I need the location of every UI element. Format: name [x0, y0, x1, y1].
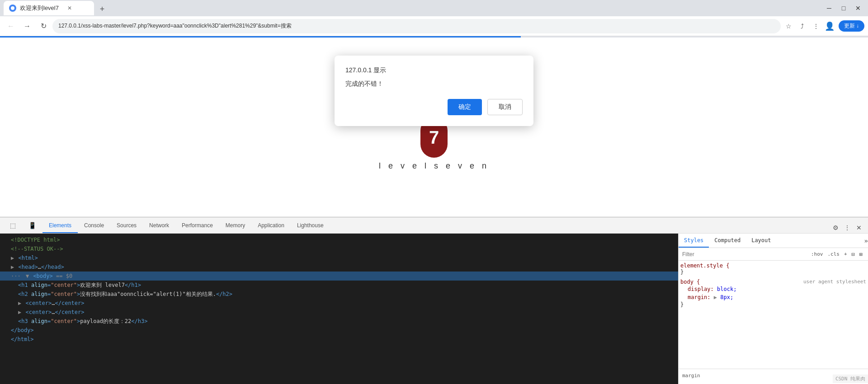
code-line: ▶ <head>…</head>: [0, 262, 678, 272]
tag: </body>: [11, 327, 34, 333]
close-button[interactable]: ✕: [852, 2, 864, 14]
devtools-tab-bar: ⬚ 📱 Elements Console Sources Network: [0, 217, 868, 234]
devtools-settings-button[interactable]: ⚙: [830, 222, 841, 233]
styles-tab-styles[interactable]: Styles: [679, 234, 709, 248]
active-tab[interactable]: 欢迎来到level7 ✕: [4, 1, 94, 15]
browser-menu-button[interactable]: ⋮: [810, 20, 822, 33]
styles-tab-more[interactable]: »: [864, 234, 868, 248]
tab-favicon: [9, 5, 16, 12]
refresh-button[interactable]: ↻: [36, 19, 51, 33]
tag: <center>: [25, 300, 52, 306]
devtools-tab-lighthouse[interactable]: Lighthouse: [291, 219, 330, 233]
performance-tab-label: Performance: [182, 222, 213, 229]
devtools-close-button[interactable]: ✕: [854, 222, 864, 233]
status-comment: <!--STATUS OK-->: [11, 246, 63, 252]
devtools-tab-application[interactable]: Application: [251, 219, 291, 233]
tag: <body>: [33, 273, 52, 279]
minimize-button[interactable]: ─: [823, 2, 835, 14]
computed-tab-label: Computed: [714, 237, 741, 244]
devtools-device-button[interactable]: 📱: [22, 219, 42, 233]
prop-value-display: block;: [717, 286, 736, 292]
devtools-tab-console[interactable]: Console: [78, 219, 110, 233]
body-selector: body {: [680, 279, 700, 285]
tab-close-button[interactable]: ✕: [66, 5, 73, 12]
collapse-arrow[interactable]: ▶: [11, 264, 14, 270]
devtools-tab-memory[interactable]: Memory: [219, 219, 251, 233]
styles-tab-computed[interactable]: Computed: [709, 234, 746, 248]
inspect-icon: ⬚: [10, 222, 16, 229]
styles-panel: Styles Computed Layout »: [678, 234, 868, 384]
body-eq: == $0: [56, 273, 72, 279]
devtools-more-button[interactable]: ⋮: [842, 222, 853, 233]
bookmark-button[interactable]: ☆: [783, 20, 795, 33]
style-close: }: [680, 301, 866, 308]
style-prop-margin: margin: ▶ 8px;: [680, 293, 866, 301]
tag: </html>: [11, 336, 34, 342]
address-bar[interactable]: 127.0.0.1/xss-labs-master/level7.php?key…: [52, 19, 781, 33]
page-content: 127.0.0.1 显示 完成的不错！ 确定 取消 没有找结果. 搜索: [0, 37, 868, 217]
alert-confirm-button[interactable]: 确定: [448, 99, 482, 115]
alert-message: 完成的不错！: [345, 80, 523, 88]
pseudo-cls-button[interactable]: .cls: [826, 250, 841, 258]
doctype-comment: <!DOCTYPE html>: [11, 237, 60, 243]
style-prop-display: display: block;: [680, 285, 866, 293]
alert-overlay: 127.0.0.1 显示 完成的不错！ 确定 取消: [0, 37, 868, 217]
tag: <h1: [18, 282, 31, 288]
tag: <center>: [25, 309, 52, 315]
styles-filter-input[interactable]: [682, 249, 807, 259]
alert-cancel-button[interactable]: 取消: [487, 99, 523, 115]
style-selector: element.style {: [680, 262, 866, 269]
lighthouse-tab-label: Lighthouse: [297, 222, 324, 229]
style-icon1[interactable]: ⊟: [850, 250, 857, 258]
prop-name-display: display:: [688, 286, 714, 292]
collapse-arrow[interactable]: ▶: [18, 300, 21, 306]
new-tab-button[interactable]: +: [96, 3, 108, 15]
styles-filter-bar: :hov .cls + ⊟ ⊞: [679, 248, 868, 261]
pseudo-hov-button[interactable]: :hov: [809, 250, 825, 258]
collapse-arrow[interactable]: ▶: [18, 309, 21, 315]
device-icon: 📱: [28, 222, 36, 229]
styles-tab-layout[interactable]: Layout: [746, 234, 776, 248]
code-line: <h2 align="center">没有找到和aaa"oonnclick="a…: [0, 290, 678, 299]
tag: <html>: [18, 255, 38, 261]
prop-arrow: ▶: [714, 294, 720, 300]
devtools-tab-network[interactable]: Network: [143, 219, 175, 233]
bookmark-icon: ☆: [786, 23, 792, 30]
devtools-inspect-button[interactable]: ⬚: [4, 219, 22, 233]
styles-content: element.style { } body { user agent styl…: [679, 261, 868, 369]
devtools-tab-sources[interactable]: Sources: [110, 219, 143, 233]
tag: </head>: [41, 264, 64, 270]
collapse-arrow[interactable]: ▼: [26, 273, 29, 279]
refresh-icon: ↻: [41, 22, 47, 30]
collapse-arrow[interactable]: ▶: [11, 255, 14, 261]
style-icon2[interactable]: ⊞: [858, 250, 864, 258]
code-line: ▶ <center>…</center>: [0, 299, 678, 308]
memory-tab-label: Memory: [226, 222, 245, 229]
styles-tab-bar: Styles Computed Layout »: [679, 234, 868, 248]
browser-content: 127.0.0.1 显示 完成的不错！ 确定 取消 没有找结果. 搜索: [0, 37, 868, 384]
share-icon: ⤴: [801, 23, 804, 30]
update-button[interactable]: 更新 ↓: [839, 20, 864, 32]
style-rule-element: element.style { }: [680, 262, 866, 275]
console-tab-label: Console: [84, 222, 104, 229]
application-tab-label: Application: [258, 222, 284, 229]
url-text: 127.0.0.1/xss-labs-master/level7.php?key…: [58, 22, 292, 30]
devtools-tab-performance[interactable]: Performance: [175, 219, 219, 233]
code-line: ▶ <html>: [0, 253, 678, 262]
tag: <h3: [18, 318, 31, 324]
maximize-button[interactable]: □: [837, 2, 850, 14]
style-rule-body: body { user agent stylesheet display: bl…: [680, 279, 866, 308]
profile-button[interactable]: 👤: [823, 20, 836, 33]
navigation-bar: ← → ↻ 127.0.0.1/xss-labs-master/level7.p…: [0, 16, 868, 36]
devtools-tab-elements[interactable]: Elements: [42, 219, 78, 233]
tab-title: 欢迎来到level7: [20, 4, 59, 12]
add-style-button[interactable]: +: [842, 250, 849, 258]
share-button[interactable]: ⤴: [796, 20, 809, 33]
chevron-right-icon: »: [864, 237, 868, 244]
selector-text: element.style {: [680, 262, 729, 269]
code-line: <h1 align="center">欢迎来到 level7</h1>: [0, 281, 678, 290]
elements-panel[interactable]: <!DOCTYPE html> <!--STATUS OK--> ▶ <html…: [0, 234, 678, 384]
forward-button[interactable]: →: [20, 19, 34, 33]
back-button[interactable]: ←: [4, 19, 18, 33]
box-model-header: margin 8 CSDN 纯果肉: [682, 373, 864, 380]
